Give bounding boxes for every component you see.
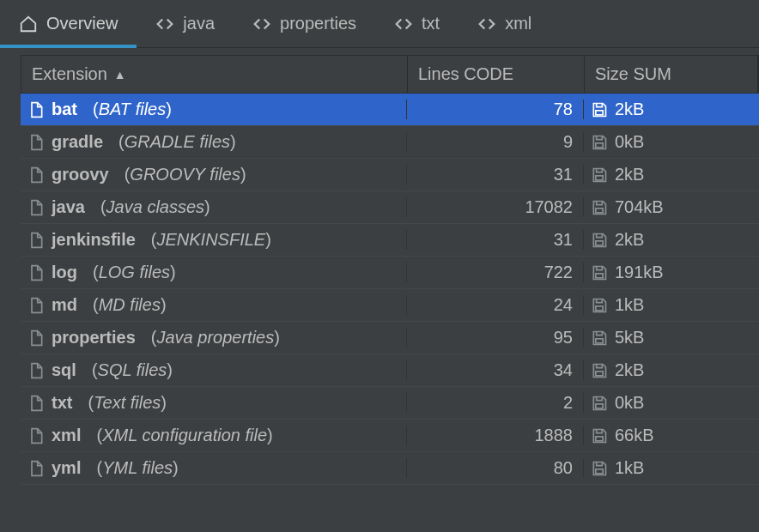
file-icon [27, 166, 45, 184]
tab-java[interactable]: java [137, 0, 234, 47]
file-icon [27, 395, 45, 412]
size-value: 704kB [615, 197, 664, 217]
cell-size: 0kB [584, 132, 759, 152]
table-row[interactable]: groovy(GROOVY files)312kB [21, 159, 759, 191]
disk-icon [591, 362, 608, 379]
cell-size: 66kB [584, 426, 759, 445]
disk-icon [591, 134, 608, 151]
extension-name: xml [52, 426, 81, 445]
file-icon [27, 297, 45, 314]
extension-desc: (GRADLE files) [118, 132, 236, 152]
extension-desc: (MD files) [93, 295, 167, 315]
svg-rect-10 [596, 436, 603, 440]
cell-lines: 34 [407, 360, 584, 380]
file-icon [27, 199, 45, 216]
lines-value: 95 [554, 328, 573, 348]
cell-size: 1kB [584, 458, 759, 478]
tab-txt[interactable]: txt [375, 0, 458, 47]
size-value: 2kB [615, 165, 644, 184]
cell-extension: groovy(GROOVY files) [21, 165, 407, 184]
cell-lines: 78 [407, 100, 584, 119]
svg-rect-0 [596, 110, 603, 114]
table-row[interactable]: java(Java classes)17082704kB [21, 191, 759, 224]
tab-overview[interactable]: Overview [0, 0, 137, 47]
lines-value: 80 [554, 458, 573, 478]
extension-desc: (BAT files) [93, 100, 172, 119]
cell-lines: 24 [407, 295, 584, 315]
tab-xml[interactable]: xml [458, 0, 550, 47]
table-row[interactable]: yml(YML files)801kB [21, 452, 759, 485]
disk-icon [591, 199, 608, 216]
cell-extension: sql(SQL files) [21, 360, 407, 380]
cell-extension: md(MD files) [21, 295, 407, 315]
svg-rect-8 [596, 371, 603, 375]
extension-name: log [52, 263, 77, 282]
cell-extension: java(Java classes) [21, 197, 407, 217]
disk-icon [591, 427, 608, 444]
column-label: Extension [32, 64, 107, 84]
cell-lines: 31 [407, 165, 584, 184]
file-icon [27, 427, 45, 444]
cell-lines: 17082 [407, 197, 584, 217]
size-value: 0kB [615, 393, 644, 413]
table-row[interactable]: bat(BAT files)782kB [21, 94, 759, 126]
tab-properties[interactable]: properties [234, 0, 375, 47]
extension-desc: (XML configuration file) [96, 426, 272, 445]
table-row[interactable]: jenkinsfile(JENKINSFILE)312kB [21, 224, 759, 257]
cell-lines: 2 [407, 393, 584, 413]
lines-value: 1888 [535, 426, 574, 445]
svg-rect-11 [596, 469, 603, 473]
size-value: 5kB [615, 328, 644, 348]
cell-size: 5kB [584, 328, 759, 348]
extension-desc: (Java classes) [100, 197, 210, 217]
code-icon [394, 15, 413, 33]
tab-label: Overview [46, 14, 118, 33]
size-value: 2kB [615, 230, 644, 250]
cell-lines: 95 [407, 328, 584, 348]
cell-size: 2kB [584, 165, 759, 184]
lines-value: 2 [563, 393, 573, 413]
extension-desc: (SQL files) [92, 360, 173, 380]
size-value: 0kB [615, 132, 644, 152]
disk-icon [591, 395, 608, 412]
svg-rect-1 [596, 142, 603, 147]
table-body: bat(BAT files)782kBgradle(GRADLE files)9… [21, 94, 759, 485]
cell-extension: jenkinsfile(JENKINSFILE) [21, 230, 407, 250]
code-icon [155, 15, 174, 33]
table-row[interactable]: xml(XML configuration file)188866kB [21, 420, 759, 452]
table-header: Extension ▲ Lines CODE Size SUM [21, 55, 759, 94]
disk-icon [591, 329, 608, 347]
extension-name: jenkinsfile [52, 230, 136, 250]
extension-name: gradle [52, 132, 103, 152]
table-row[interactable]: properties(Java properties)955kB [21, 322, 759, 354]
column-header-lines[interactable]: Lines CODE [408, 56, 585, 93]
file-icon [27, 101, 45, 118]
table-row[interactable]: gradle(GRADLE files)90kB [21, 126, 759, 159]
lines-value: 17082 [525, 197, 573, 217]
column-header-extension[interactable]: Extension ▲ [21, 56, 408, 93]
svg-rect-3 [596, 208, 603, 212]
disk-icon [591, 460, 608, 477]
cell-size: 2kB [584, 360, 759, 380]
extension-desc: (Text files) [88, 393, 167, 413]
sort-asc-icon: ▲ [114, 68, 126, 82]
size-value: 1kB [615, 295, 644, 315]
cell-size: 704kB [584, 197, 759, 217]
cell-size: 0kB [584, 393, 759, 413]
code-icon [477, 15, 496, 33]
column-header-size[interactable]: Size SUM [585, 56, 758, 93]
cell-extension: properties(Java properties) [21, 328, 407, 348]
table-row[interactable]: txt(Text files)20kB [21, 387, 759, 420]
table-row[interactable]: md(MD files)241kB [21, 289, 759, 322]
cell-extension: txt(Text files) [21, 393, 407, 413]
table-row[interactable]: log(LOG files)722191kB [21, 257, 759, 289]
size-value: 1kB [615, 458, 644, 478]
lines-value: 34 [554, 360, 573, 380]
lines-value: 31 [554, 165, 573, 184]
disk-icon [591, 297, 608, 314]
svg-rect-7 [596, 338, 603, 342]
table-row[interactable]: sql(SQL files)342kB [21, 354, 759, 387]
lines-value: 78 [554, 100, 573, 119]
extension-desc: (JENKINSFILE) [151, 230, 271, 250]
cell-lines: 31 [407, 230, 584, 250]
